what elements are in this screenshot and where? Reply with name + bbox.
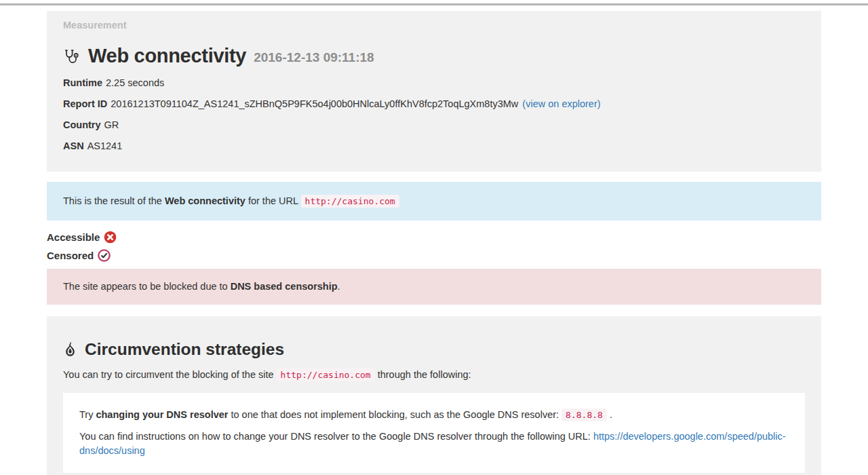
report-id-label: Report ID: [63, 98, 107, 109]
circumvention-intro-suffix: through the following:: [375, 369, 471, 380]
circumvention-title-row: Circumvention strategies: [63, 340, 805, 359]
country-row: CountryGR: [63, 120, 805, 130]
dns-strategy-card: Try changing your DNS resolver to one th…: [63, 393, 805, 473]
circumvention-url-code: http://casino.com: [277, 368, 375, 381]
top-divider: [0, 3, 868, 5]
accessible-label: Accessible: [47, 231, 100, 243]
accessible-status-row: Accessible: [47, 231, 821, 244]
country-label: Country: [63, 119, 101, 130]
measurement-page: Measurement Web connectivity 2016-12-13 …: [0, 3, 868, 475]
asn-label: ASN: [63, 140, 84, 151]
stethoscope-icon: [63, 48, 79, 64]
asn-value: AS1241: [87, 140, 123, 151]
result-info-prefix: This is the result of the: [63, 195, 165, 206]
circumvention-intro: You can try to circumvent the blocking o…: [63, 369, 805, 381]
result-info-test-name: Web connectivity: [165, 195, 245, 206]
runtime-row: Runtime2.25 seconds: [63, 78, 805, 88]
asn-row: ASNAS1241: [63, 141, 805, 151]
advice-bold: changing your DNS resolver: [96, 409, 228, 420]
advice-prefix: Try: [79, 409, 96, 420]
view-on-explorer-link[interactable]: (view on explorer): [522, 98, 600, 109]
measurement-section-label: Measurement: [63, 19, 805, 31]
measured-url-code: http://casino.com: [301, 195, 399, 208]
report-id-value: 20161213T091104Z_AS1241_sZHBnQ5P9FK5o4j0…: [111, 98, 518, 109]
dns-instructions: You can find instructions on how to chan…: [79, 430, 789, 458]
censored-label: Censored: [47, 250, 94, 261]
google-dns-ip-code: 8.8.8.8: [561, 408, 607, 421]
advice-suffix: .: [607, 409, 612, 420]
onion-icon: [63, 341, 77, 358]
check-circle-icon: [98, 249, 111, 262]
status-rows: Accessible Censored: [47, 231, 821, 262]
report-id-row: Report ID20161213T091104Z_AS1241_sZHBnQ5…: [63, 99, 805, 109]
measurement-panel: Measurement Web connectivity 2016-12-13 …: [47, 11, 821, 172]
advice-middle: to one that does not implement blocking,…: [228, 409, 561, 420]
blocking-alert-box: The site appears to be blocked due to DN…: [47, 269, 821, 305]
times-circle-icon: [104, 231, 117, 244]
blocking-reason: DNS based censorship: [231, 281, 338, 292]
dns-resolver-advice: Try changing your DNS resolver to one th…: [79, 408, 789, 422]
blocking-alert-suffix: .: [338, 281, 340, 292]
result-info-box: This is the result of the Web connectivi…: [47, 182, 821, 221]
result-info-middle: for the URL: [245, 195, 301, 206]
country-value: GR: [104, 119, 119, 130]
runtime-value: 2.25 seconds: [106, 77, 164, 88]
censored-status-row: Censored: [47, 249, 821, 262]
measurement-title-row: Web connectivity 2016-12-13 09:11:18: [63, 45, 805, 67]
blocking-alert-prefix: The site appears to be blocked due to: [63, 281, 231, 292]
runtime-label: Runtime: [63, 77, 102, 88]
test-title: Web connectivity: [88, 45, 246, 67]
measurement-timestamp: 2016-12-13 09:11:18: [254, 50, 374, 65]
circumvention-intro-prefix: You can try to circumvent the blocking o…: [63, 369, 277, 380]
content-container: Measurement Web connectivity 2016-12-13 …: [47, 11, 821, 475]
circumvention-title: Circumvention strategies: [85, 340, 284, 359]
instructions-prefix: You can find instructions on how to chan…: [79, 431, 593, 442]
circumvention-panel: Circumvention strategies You can try to …: [47, 316, 821, 475]
